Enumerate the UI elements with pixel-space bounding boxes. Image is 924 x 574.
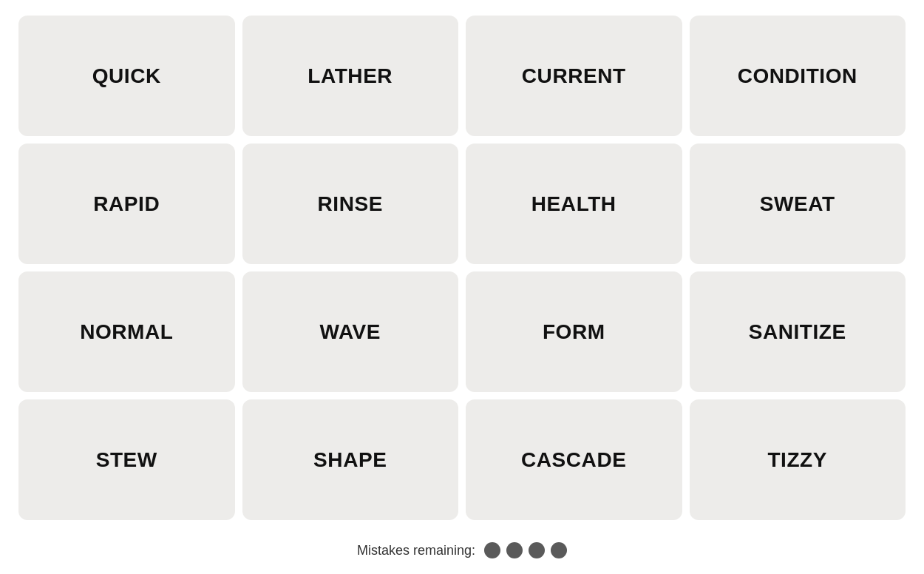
word-card-tizzy[interactable]: TIZZY xyxy=(690,399,906,520)
mistake-dot-3 xyxy=(529,542,545,558)
word-card-rapid[interactable]: RAPID xyxy=(18,144,235,264)
word-card-condition[interactable]: CONDITION xyxy=(690,16,906,136)
word-card-normal[interactable]: NORMAL xyxy=(18,271,235,392)
word-label-health: HEALTH xyxy=(531,192,616,216)
word-label-lather: LATHER xyxy=(308,64,393,88)
word-label-cascade: CASCADE xyxy=(521,448,626,472)
word-card-quick[interactable]: QUICK xyxy=(18,16,235,136)
word-label-stew: STEW xyxy=(96,448,157,472)
word-card-current[interactable]: CURRENT xyxy=(466,16,682,136)
word-card-lather[interactable]: LATHER xyxy=(242,16,459,136)
mistakes-label: Mistakes remaining: xyxy=(357,543,475,558)
word-label-shape: SHAPE xyxy=(313,448,387,472)
mistakes-dots xyxy=(484,542,567,558)
word-card-stew[interactable]: STEW xyxy=(18,399,235,520)
word-card-health[interactable]: HEALTH xyxy=(466,144,682,264)
word-label-normal: NORMAL xyxy=(80,320,173,344)
word-card-form[interactable]: FORM xyxy=(466,271,682,392)
word-label-condition: CONDITION xyxy=(738,64,857,88)
word-card-cascade[interactable]: CASCADE xyxy=(466,399,682,520)
word-label-form: FORM xyxy=(543,320,605,344)
word-label-quick: QUICK xyxy=(92,64,161,88)
word-label-current: CURRENT xyxy=(522,64,626,88)
word-card-shape[interactable]: SHAPE xyxy=(242,399,459,520)
word-card-rinse[interactable]: RINSE xyxy=(242,144,459,264)
mistake-dot-1 xyxy=(484,542,500,558)
word-card-sanitize[interactable]: SANITIZE xyxy=(690,271,906,392)
word-label-wave: WAVE xyxy=(319,320,381,344)
word-label-tizzy: TIZZY xyxy=(767,448,827,472)
mistake-dot-4 xyxy=(551,542,567,558)
word-card-wave[interactable]: WAVE xyxy=(242,271,459,392)
mistake-dot-2 xyxy=(506,542,523,558)
word-grid: QUICKLATHERCURRENTCONDITIONRAPIDRINSEHEA… xyxy=(18,16,906,520)
word-card-sweat[interactable]: SWEAT xyxy=(690,144,906,264)
word-label-sanitize: SANITIZE xyxy=(749,320,846,344)
word-label-sweat: SWEAT xyxy=(760,192,835,216)
mistakes-row: Mistakes remaining: xyxy=(357,542,567,558)
word-label-rapid: RAPID xyxy=(93,192,160,216)
word-label-rinse: RINSE xyxy=(318,192,383,216)
